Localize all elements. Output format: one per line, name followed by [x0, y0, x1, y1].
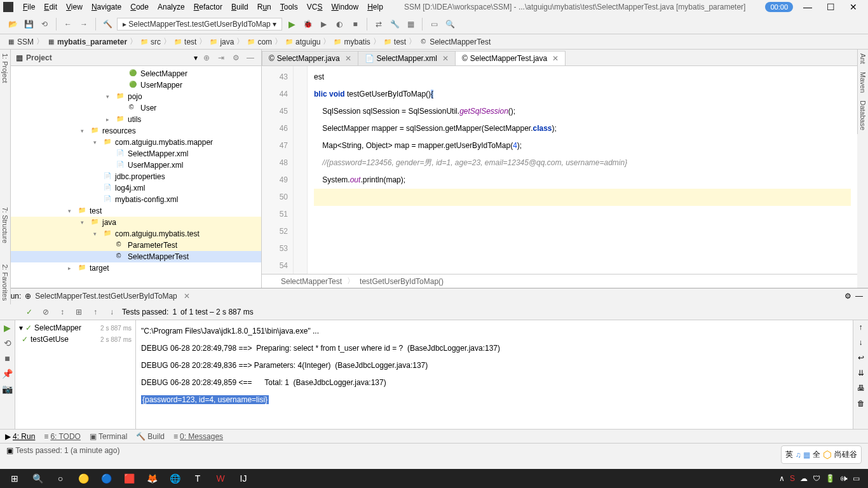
- menu-tools[interactable]: Tools: [276, 3, 302, 11]
- save-icon[interactable]: 💾: [22, 18, 35, 30]
- menu-code[interactable]: Code: [126, 3, 153, 11]
- tab-build[interactable]: 🔨 Build: [136, 432, 165, 441]
- project-tree[interactable]: 🟢SelectMapper🟢UserMapper▾📁pojo©User▸📁uti…: [11, 66, 261, 288]
- run-config-selector[interactable]: ▸ SelectMapperTest.testGetUserByIdToMap …: [117, 18, 282, 30]
- menu-window[interactable]: Window: [327, 3, 363, 11]
- tree-item[interactable]: ▾📁com.atguigu.mybatis.test: [11, 228, 261, 240]
- forward-icon[interactable]: →: [78, 18, 90, 30]
- search-icon[interactable]: 🔍: [26, 470, 49, 487]
- app-icon[interactable]: 🟡: [72, 470, 95, 487]
- side-tab-ant[interactable]: Ant: [857, 50, 868, 68]
- breadcrumb-method[interactable]: testGetUserByIdToMap(): [360, 277, 444, 286]
- hammer-icon[interactable]: 🔨: [101, 18, 114, 30]
- test-tree[interactable]: ▾✓SelectMapper2 s 887 ms✓testGetUse2 s 8…: [15, 320, 136, 429]
- expand-all-icon[interactable]: ⊞: [72, 308, 85, 316]
- menu-edit[interactable]: Edit: [39, 3, 62, 11]
- wrench-icon[interactable]: 🔧: [388, 18, 401, 30]
- maximize-button[interactable]: ☐: [819, 2, 842, 12]
- search-icon[interactable]: 🔍: [444, 18, 456, 30]
- gear-icon[interactable]: ⚙: [230, 53, 241, 62]
- start-icon[interactable]: ⊞: [3, 470, 26, 487]
- tree-item[interactable]: ©ParameterTest: [11, 240, 261, 251]
- bc-item[interactable]: ▦SSM: [6, 37, 34, 46]
- tab-run[interactable]: ▶ 4: Run: [5, 432, 35, 441]
- run-icon[interactable]: ▶: [285, 18, 298, 30]
- tree-item[interactable]: 🟢SelectMapper: [11, 68, 261, 79]
- tree-item[interactable]: ▾📁resources: [11, 125, 261, 137]
- vcs-icon[interactable]: ⇄: [372, 18, 385, 30]
- app-icon[interactable]: T: [186, 470, 209, 487]
- bc-item[interactable]: 📁atguigu: [285, 37, 320, 46]
- editor-tab[interactable]: 📄SelectMapper.xml✕: [358, 51, 456, 65]
- code-content[interactable]: estblic void testGetUserByIdToMap(){ Sql…: [308, 66, 857, 274]
- collapse-icon[interactable]: ⇥: [215, 53, 227, 62]
- tree-item[interactable]: ▾📁java: [11, 217, 261, 228]
- close-button[interactable]: ✕: [842, 2, 865, 12]
- menu-file[interactable]: File: [18, 3, 39, 11]
- refresh-icon[interactable]: ⟲: [38, 18, 51, 30]
- sort-icon[interactable]: ↕: [56, 308, 69, 316]
- test-tree-item[interactable]: ▾✓SelectMapper2 s 887 ms: [15, 322, 135, 334]
- clear-icon[interactable]: 🗑: [857, 399, 865, 408]
- code-editor[interactable]: 434445464748495051525354 estblic void te…: [262, 66, 857, 274]
- app-icon[interactable]: W: [209, 470, 232, 487]
- tree-item[interactable]: ▾📁com.atguigu.mybatis.mapper: [11, 137, 261, 148]
- system-tray[interactable]: ∧S☁🛡🔋🕪▭: [779, 474, 865, 483]
- up-icon[interactable]: ↑: [859, 323, 863, 332]
- close-icon[interactable]: ✕: [552, 54, 559, 63]
- hide-icon[interactable]: —: [855, 292, 863, 301]
- bc-item[interactable]: ©SelectMapperTest: [419, 37, 491, 46]
- side-tab-favorites[interactable]: 2: Favorites: [0, 261, 11, 304]
- check-icon[interactable]: ✓: [23, 308, 36, 316]
- bc-item[interactable]: 📁src: [140, 37, 161, 46]
- tree-item[interactable]: ©SelectMapperTest: [11, 251, 261, 262]
- gear-icon[interactable]: ⚙: [844, 292, 851, 301]
- close-icon[interactable]: ✕: [442, 54, 449, 63]
- down-icon[interactable]: ↓: [859, 338, 863, 347]
- firefox-icon[interactable]: 🦊: [140, 470, 163, 487]
- print-icon[interactable]: 🖶: [857, 384, 865, 393]
- open-icon[interactable]: 📂: [6, 18, 19, 30]
- menu-build[interactable]: Build: [227, 3, 253, 11]
- pin-icon[interactable]: 📌: [2, 369, 13, 379]
- app-icon[interactable]: 🟥: [118, 470, 140, 487]
- app-icon[interactable]: 🔵: [95, 470, 118, 487]
- tree-item[interactable]: ▾📁pojo: [11, 91, 261, 102]
- bc-item[interactable]: 📁test: [173, 37, 196, 46]
- tab-messages[interactable]: ≡ 0: Messages: [173, 432, 223, 441]
- wrap-icon[interactable]: ↩: [858, 353, 864, 362]
- menu-vcs[interactable]: VCS: [302, 3, 327, 11]
- minimize-button[interactable]: —: [796, 2, 819, 12]
- close-icon[interactable]: ✕: [184, 292, 190, 301]
- tree-item[interactable]: 📄mybatis-config.xml: [11, 194, 261, 205]
- cortana-icon[interactable]: ○: [49, 470, 72, 487]
- structure-icon[interactable]: ▦: [404, 18, 417, 30]
- tree-item[interactable]: 📄jdbc.properties: [11, 171, 261, 182]
- menu-help[interactable]: Help: [363, 3, 388, 11]
- close-icon[interactable]: ✕: [345, 54, 351, 63]
- next-icon[interactable]: ↓: [105, 308, 118, 316]
- tree-item[interactable]: 📄log4j.xml: [11, 182, 261, 194]
- test-tree-item[interactable]: ✓testGetUse2 s 887 ms: [15, 334, 135, 345]
- scroll-icon[interactable]: ⇊: [858, 369, 864, 377]
- tab-terminal[interactable]: ▣ Terminal: [90, 432, 127, 441]
- intellij-icon[interactable]: IJ: [232, 470, 255, 487]
- stop-icon[interactable]: ■: [4, 353, 10, 363]
- filter-failed-icon[interactable]: ⊘: [39, 308, 52, 316]
- dropdown-icon[interactable]: ▾: [194, 53, 198, 62]
- expand-icon[interactable]: ▭: [428, 18, 440, 30]
- side-tab-maven[interactable]: Maven: [857, 68, 868, 97]
- tab-todo[interactable]: ≡ 6: TODO: [44, 432, 81, 441]
- chrome-icon[interactable]: 🌐: [163, 470, 186, 487]
- bc-item[interactable]: 📁com: [247, 37, 272, 46]
- side-tab-structure[interactable]: 7: Structure: [0, 203, 11, 247]
- bc-item[interactable]: 📁mybatis: [333, 37, 370, 46]
- rerun-failed-icon[interactable]: ⟲: [4, 338, 11, 348]
- tree-item[interactable]: ▸📁target: [11, 262, 261, 274]
- editor-tab[interactable]: ©SelectMapperTest.java✕: [455, 51, 566, 65]
- tree-item[interactable]: ▸📁utils: [11, 114, 261, 125]
- breadcrumb-class[interactable]: SelectMapperTest: [281, 277, 342, 286]
- tree-item[interactable]: 🟢UserMapper: [11, 79, 261, 91]
- menu-navigate[interactable]: Navigate: [87, 3, 126, 11]
- bc-item[interactable]: 📁test: [383, 37, 406, 46]
